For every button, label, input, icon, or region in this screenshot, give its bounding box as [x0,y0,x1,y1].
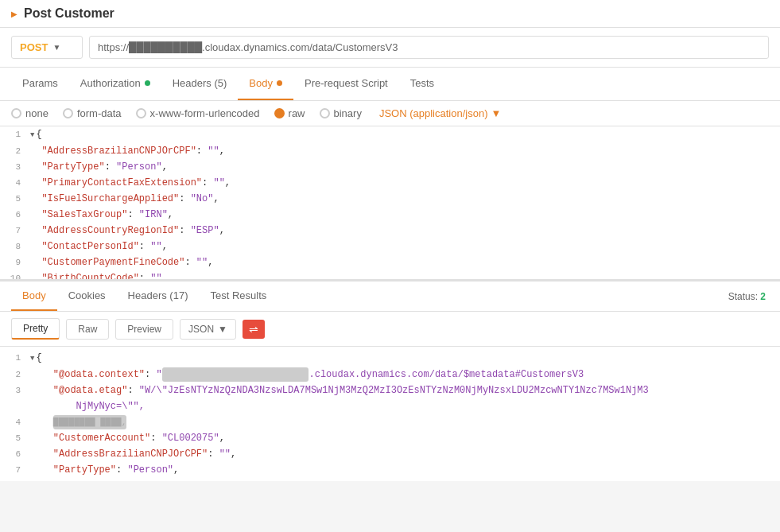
line-content-7: "AddressCountryRegionId": "ESP", [30,223,780,238]
resp-line-content-7: "PartyType": "Person", [30,463,780,477]
resp-tab-cookies[interactable]: Cookies [57,282,117,311]
resp-line-num-1: 1 [0,351,30,365]
page-title: Post Customer [24,6,114,21]
code-line-4: 4 "PrimaryContactFaxExtension": "", [0,175,780,191]
resp-code-line-6: 6 "AddressBrazilianCNPJOrCPF": "", [0,446,780,462]
tab-authorization[interactable]: Authorization [69,68,161,100]
tab-headers[interactable]: Headers (5) [161,68,239,100]
pretty-button[interactable]: Pretty [11,318,60,340]
option-x-www-form-urlencoded[interactable]: x-www-form-urlencoded [136,107,260,119]
form-data-radio[interactable] [63,108,73,118]
code-line-9: 9 "CustomerPaymentFineCode": "", [0,254,780,270]
form-data-label: form-data [77,107,122,119]
resp-line-num-3b [0,399,30,414]
tab-params-label: Params [22,77,58,89]
resp-code-line-5: 5 "CustomerAccount": "CL002075", [0,430,780,446]
tab-tests[interactable]: Tests [399,68,445,100]
authorization-dot [145,80,150,86]
line-content-5: "IsFuelSurchargeApplied": "No", [30,192,780,206]
tab-pre-request-label: Pre-request Script [305,77,388,89]
line-content-9: "CustomerPaymentFineCode": "", [30,255,780,270]
resp-line-num-4: 4 [0,415,30,429]
resp-tab-headers-label: Headers (17) [128,289,188,301]
code-line-5: 5 "IsFuelSurchargeApplied": "No", [0,191,780,207]
x-www-radio[interactable] [136,108,146,118]
json-format-label: JSON [188,324,214,335]
option-binary[interactable]: binary [320,107,362,119]
request-code-editor: 1 ▼{ 2 "AddressBrazilianCNPJOrCPF": "", … [0,126,780,282]
line-num-6: 6 [0,208,30,222]
resp-code-line-3b: NjMyNyc=\"", [0,398,780,414]
method-arrow-icon: ▼ [52,43,60,52]
response-code-editor: 1 ▼{ 2 "@odata.context": "██████████████… [0,347,780,481]
method-select[interactable]: POST ▼ [11,36,83,59]
line-num-5: 5 [0,192,30,206]
option-raw[interactable]: raw [274,107,305,119]
json-dropdown-label: JSON (application/json) [379,107,488,119]
resp-code-line-1: 1 ▼{ [0,350,780,367]
request-tabs-row: Params Authorization Headers (5) Body Pr… [0,68,780,101]
method-label: POST [20,41,48,53]
line-num-3: 3 [0,160,30,174]
code-line-3: 3 "PartyType": "Person", [0,159,780,175]
resp-tab-body[interactable]: Body [11,282,57,311]
x-www-label: x-www-form-urlencoded [150,107,260,119]
code-line-10: 10 "BirthCountyCode": "", [0,270,780,282]
resp-line-content-4: ████████ ████, [30,415,780,429]
code-line-6: 6 "SalesTaxGroup": "IRN", [0,207,780,223]
code-line-2: 2 "AddressBrazilianCNPJOrCPF": "", [0,143,780,159]
code-line-7: 7 "AddressCountryRegionId": "ESP", [0,223,780,239]
resp-line-num-7: 7 [0,463,30,477]
resp-line-content-6: "AddressBrazilianCNPJOrCPF": "", [30,447,780,461]
resp-line-num-3: 3 [0,383,30,398]
json-dropdown-arrow: ▼ [491,107,501,119]
url-input[interactable] [89,36,769,59]
resp-code-line-4: 4 ████████ ████, [0,414,780,430]
tab-params[interactable]: Params [11,68,69,100]
resp-line-content-3: "@odata.etag": "W/\"JzEsNTYzNzQzNDA3Nzsw… [30,383,780,398]
binary-radio[interactable] [320,108,330,118]
response-tabs: Body Cookies Headers (17) Test Results [11,282,277,311]
resp-tab-test-results[interactable]: Test Results [199,282,277,311]
resp-tab-headers[interactable]: Headers (17) [117,282,200,311]
line-content-1: ▼{ [30,127,780,142]
resp-line-content-5: "CustomerAccount": "CL002075", [30,431,780,445]
response-tabs-row: Body Cookies Headers (17) Test Results S… [0,282,780,312]
resp-line-content-3b: NjMyNyc=\"", [30,399,780,414]
line-num-4: 4 [0,176,30,190]
line-num-8: 8 [0,239,30,254]
line-content-8: "ContactPersonId": "", [30,239,780,254]
option-form-data[interactable]: form-data [63,107,122,119]
resp-line-content-2: "@odata.context": "█████████████████████… [30,367,780,382]
json-format-select[interactable]: JSON ▼ [180,319,236,340]
preview-button[interactable]: Preview [115,319,173,340]
resp-tab-body-label: Body [22,289,46,301]
tab-body[interactable]: Body [238,68,293,100]
raw-radio[interactable] [274,108,285,118]
status-info: Status: 2 [728,291,769,302]
wrap-button[interactable]: ⇌ [243,320,265,339]
resp-code-line-7: 7 "PartyType": "Person", [0,462,780,478]
response-format-row: Pretty Raw Preview JSON ▼ ⇌ [0,312,780,347]
json-dropdown[interactable]: JSON (application/json) ▼ [379,107,501,119]
resp-line-num-2: 2 [0,367,30,382]
code-line-8: 8 "ContactPersonId": "", [0,239,780,254]
resp-tab-cookies-label: Cookies [68,289,106,301]
none-radio[interactable] [11,108,21,118]
tab-pre-request-script[interactable]: Pre-request Script [293,68,399,100]
tab-body-label: Body [249,77,273,89]
none-label: none [25,107,49,119]
resp-line-num-6: 6 [0,447,30,461]
chevron-icon: ▶ [11,10,17,18]
line-num-10: 10 [0,271,30,282]
line-num-2: 2 [0,144,30,158]
body-options-row: none form-data x-www-form-urlencoded raw… [0,101,780,126]
json-format-arrow-icon: ▼ [218,324,227,335]
option-none[interactable]: none [11,107,49,119]
tab-headers-label: Headers (5) [173,77,227,89]
resp-tab-test-results-label: Test Results [210,289,266,301]
line-content-10: "BirthCountyCode": "", [30,271,780,282]
line-num-7: 7 [0,223,30,238]
resp-line-num-5: 5 [0,431,30,445]
raw-button[interactable]: Raw [66,319,109,340]
